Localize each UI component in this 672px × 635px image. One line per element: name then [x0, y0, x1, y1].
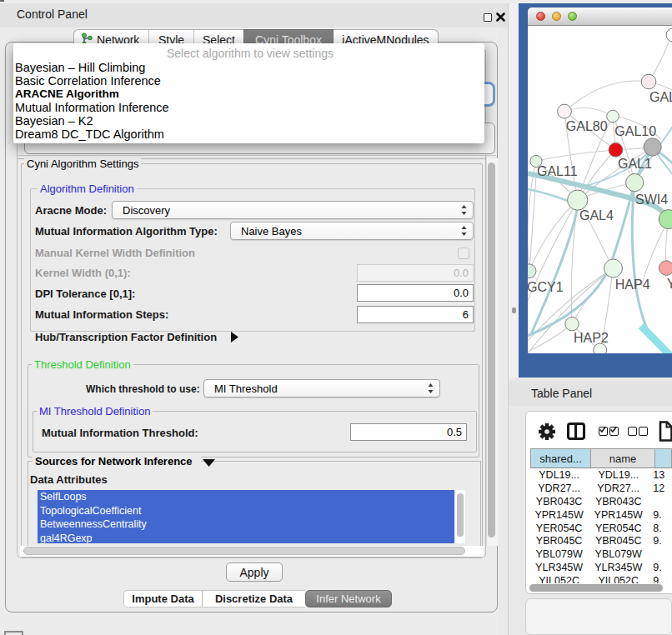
- svg-text:GAL1: GAL1: [618, 157, 652, 171]
- svg-text:HAP4: HAP4: [615, 278, 650, 292]
- svg-text:Y: Y: [667, 277, 672, 291]
- svg-text:GAL: GAL: [649, 90, 672, 104]
- svg-text:HAP2: HAP2: [574, 331, 609, 345]
- svg-text:GAL11: GAL11: [537, 164, 578, 178]
- svg-text:GAL10: GAL10: [614, 124, 656, 138]
- svg-text:GAL4: GAL4: [579, 208, 614, 222]
- svg-text:GCY1: GCY1: [528, 280, 564, 294]
- svg-text:GAL80: GAL80: [566, 119, 608, 133]
- svg-text:SWI4: SWI4: [635, 192, 668, 207]
